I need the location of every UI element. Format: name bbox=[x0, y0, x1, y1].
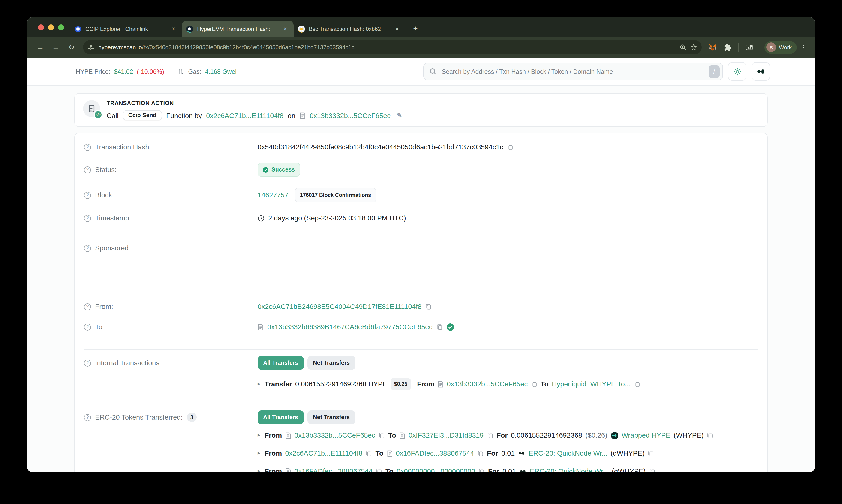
copy-icon[interactable] bbox=[366, 450, 372, 456]
internal-all-transfers-tab[interactable]: All Transfers bbox=[258, 356, 304, 370]
forward-button[interactable] bbox=[49, 40, 63, 54]
erc20-to-link[interactable]: 0x00000000...000000000 bbox=[397, 467, 475, 472]
from-address-link[interactable]: 0x2c6AC71bB24698E5C4004C49D17fE81E111104… bbox=[258, 302, 422, 311]
method-pill[interactable]: Ccip Send bbox=[123, 110, 162, 120]
help-icon[interactable] bbox=[84, 359, 91, 366]
tab-strip: CCIP Explorer | Chainlink HyperEVM Trans… bbox=[27, 17, 815, 37]
copy-icon[interactable] bbox=[436, 324, 443, 330]
help-icon[interactable] bbox=[84, 215, 91, 221]
erc20-to-link[interactable]: 0x16FADfec...388067544 bbox=[396, 449, 474, 458]
tab-search-icon[interactable] bbox=[743, 41, 756, 54]
copy-icon[interactable] bbox=[376, 468, 382, 472]
status-row: Status: Success bbox=[84, 163, 758, 177]
help-icon[interactable] bbox=[84, 245, 91, 252]
back-button[interactable] bbox=[33, 40, 47, 54]
expand-triangle-icon[interactable] bbox=[258, 449, 260, 458]
theme-toggle-button[interactable] bbox=[728, 62, 746, 81]
transfer-word: Transfer bbox=[264, 379, 292, 389]
copy-icon[interactable] bbox=[531, 381, 537, 387]
divider bbox=[84, 402, 758, 402]
toolbar-separator bbox=[760, 43, 760, 51]
copy-icon[interactable] bbox=[479, 468, 485, 472]
erc20-net-transfers-tab[interactable]: Net Transfers bbox=[307, 410, 355, 424]
network-stats: HYPE Price: $41.02 (-10.06%) Gas: 4.168 … bbox=[76, 68, 237, 75]
minimize-window-button[interactable] bbox=[48, 24, 54, 31]
copy-icon[interactable] bbox=[507, 144, 513, 150]
tab-title: HyperEVM Transaction Hash: bbox=[197, 25, 277, 32]
edit-name-tag-icon[interactable] bbox=[397, 111, 402, 120]
tab-close-icon[interactable] bbox=[169, 25, 178, 33]
erc20-amount: 0.01 bbox=[501, 449, 515, 458]
extensions-puzzle-icon[interactable] bbox=[721, 41, 734, 54]
from-label: From: bbox=[95, 302, 113, 311]
header-right: / bbox=[423, 62, 770, 81]
help-icon[interactable] bbox=[84, 144, 91, 150]
tab-ccip-explorer[interactable]: CCIP Explorer | Chainlink bbox=[70, 21, 182, 37]
internal-from-link[interactable]: 0x13b3332b...5CCeF65ec bbox=[447, 379, 528, 389]
browser-menu-icon[interactable] bbox=[798, 41, 809, 54]
help-icon[interactable] bbox=[84, 192, 91, 199]
erc20-token-link[interactable]: ERC-20: QuickNode Wr... bbox=[529, 449, 607, 458]
site-settings-icon[interactable] bbox=[88, 44, 94, 51]
hyperliquid-logo-button[interactable] bbox=[752, 62, 770, 81]
copy-icon[interactable] bbox=[379, 432, 385, 438]
erc20-from-link[interactable]: 0x13b3332b...5CCeF65ec bbox=[294, 431, 375, 440]
to-label: To: bbox=[95, 322, 104, 331]
copy-icon[interactable] bbox=[487, 432, 493, 438]
metamask-extension-icon[interactable] bbox=[706, 41, 719, 54]
copy-icon[interactable] bbox=[634, 381, 640, 387]
help-icon[interactable] bbox=[84, 303, 91, 310]
copy-icon[interactable] bbox=[477, 450, 484, 456]
erc20-transfer-row: From 0x2c6AC71b...E111104f8 To 0x16FADfe… bbox=[258, 449, 758, 458]
copy-icon[interactable] bbox=[649, 468, 655, 472]
help-icon[interactable] bbox=[84, 166, 91, 173]
erc20-from-link[interactable]: 0x16FADfec...388067544 bbox=[294, 467, 373, 472]
action-to-link[interactable]: 0x13b3332b...5CCeF65ec bbox=[310, 111, 391, 119]
tab-hyperevm-active[interactable]: HyperEVM Transaction Hash: bbox=[182, 21, 294, 37]
new-tab-button[interactable] bbox=[409, 22, 422, 35]
copy-icon[interactable] bbox=[425, 303, 432, 310]
erc20-to-link[interactable]: 0xfF327Ef3...D31fd8319 bbox=[409, 431, 484, 440]
status-label: Status: bbox=[95, 165, 117, 174]
zoom-page-icon[interactable] bbox=[680, 44, 686, 51]
gas-label: Gas: bbox=[188, 68, 201, 75]
expand-triangle-icon[interactable] bbox=[258, 431, 260, 440]
erc20-token-link[interactable]: Wrapped HYPE bbox=[622, 431, 670, 440]
erc20-transfers-row: ERC-20 Tokens Transferred: 3 All Transfe… bbox=[84, 410, 758, 424]
tab-bsc[interactable]: Bsc Transaction Hash: 0xb62 bbox=[294, 21, 405, 37]
expand-triangle-icon[interactable] bbox=[258, 467, 260, 472]
copy-icon[interactable] bbox=[707, 432, 714, 438]
to-address-link[interactable]: 0x13b3332b66389B1467CA6eBd6fa79775CCeF65… bbox=[267, 322, 432, 331]
bookmark-star-icon[interactable] bbox=[690, 44, 697, 51]
gas-value-link[interactable]: 4.168 Gwei bbox=[205, 68, 237, 75]
reload-button[interactable] bbox=[65, 40, 79, 54]
internal-to-link[interactable]: Hyperliquid: WHYPE To... bbox=[552, 379, 631, 389]
hype-price-link[interactable]: $41.02 bbox=[114, 68, 133, 75]
expand-triangle-icon[interactable] bbox=[258, 379, 260, 389]
site-search[interactable]: / bbox=[423, 63, 723, 80]
action-from-link[interactable]: 0x2c6AC71b...E111104f8 bbox=[206, 111, 283, 119]
close-window-button[interactable] bbox=[38, 24, 44, 31]
erc20-token-symbol: (qWHYPE) bbox=[612, 467, 646, 472]
tab-close-icon[interactable] bbox=[281, 25, 289, 33]
block-row: Block: 14627757 176017 Block Confirmatio… bbox=[84, 188, 758, 202]
address-bar[interactable]: hyperevmscan.io/tx/0x540d31842f4429850fe… bbox=[83, 40, 702, 54]
contract-file-icon bbox=[399, 432, 405, 439]
zoom-window-button[interactable] bbox=[58, 24, 64, 31]
search-icon bbox=[429, 68, 437, 75]
erc20-all-transfers-tab[interactable]: All Transfers bbox=[258, 410, 304, 424]
copy-icon[interactable] bbox=[648, 450, 654, 456]
erc20-from-link[interactable]: 0x2c6AC71b...E111104f8 bbox=[285, 449, 362, 458]
browser-profile-chip[interactable]: S Work bbox=[764, 41, 797, 54]
for-word: For bbox=[488, 467, 499, 472]
erc20-token-link[interactable]: ERC-20: QuickNode Wr... bbox=[530, 467, 608, 472]
help-icon[interactable] bbox=[84, 414, 91, 421]
block-link[interactable]: 14627757 bbox=[258, 191, 289, 200]
to-row: To: 0x13b3332b66389B1467CA6eBd6fa79775CC… bbox=[84, 322, 758, 331]
internal-amount: 0.00615522914692368 HYPE bbox=[295, 379, 387, 389]
internal-net-transfers-tab[interactable]: Net Transfers bbox=[307, 356, 355, 370]
tab-close-icon[interactable] bbox=[393, 25, 401, 33]
to-word: To bbox=[385, 467, 393, 472]
help-icon[interactable] bbox=[84, 323, 91, 330]
search-input[interactable] bbox=[441, 68, 704, 75]
